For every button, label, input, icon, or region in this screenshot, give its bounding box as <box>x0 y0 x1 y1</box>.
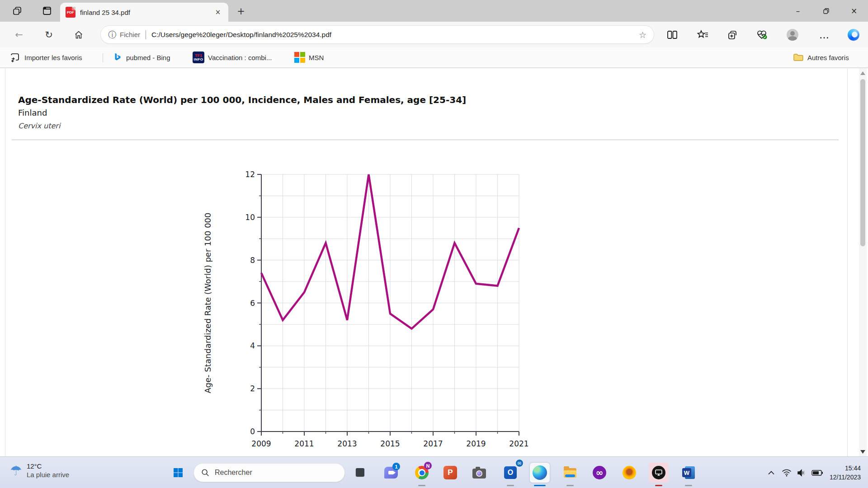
svg-text:2: 2 <box>250 384 255 393</box>
loop-button[interactable]: ∞ <box>590 463 609 483</box>
file-explorer-button[interactable] <box>560 463 580 483</box>
document-title: Age-Standardized Rate (World) per 100 00… <box>18 94 466 105</box>
taskbar: ☂ 12°C La pluie arrive Rechercher 1 N P <box>0 456 868 488</box>
tab-title: finland 25 34.pdf <box>80 9 213 16</box>
vertical-scrollbar[interactable] <box>859 68 867 457</box>
battery-icon[interactable] <box>810 464 825 482</box>
settings-more-icon[interactable]: … <box>816 27 832 43</box>
weather-widget[interactable]: ☂ 12°C La pluie arrive <box>6 460 73 480</box>
page-right-edge <box>847 68 848 457</box>
import-favorites-button[interactable]: Importer les favoris <box>7 51 85 64</box>
tab-actions-icon[interactable] <box>41 5 53 17</box>
document-divider <box>12 140 839 140</box>
pdf-file-icon: PDF <box>66 7 75 18</box>
copilot-icon[interactable] <box>845 27 862 43</box>
favorites-divider <box>103 53 103 62</box>
svg-text:0: 0 <box>250 427 255 436</box>
volume-icon[interactable] <box>794 464 810 482</box>
favorite-msn[interactable]: MSN <box>292 51 326 64</box>
page-left-edge <box>5 68 5 457</box>
split-screen-icon[interactable] <box>664 27 680 43</box>
other-favorites-label: Autres favoris <box>807 54 849 61</box>
svg-text:12: 12 <box>245 170 255 179</box>
word-icon: W <box>682 468 691 477</box>
scrollbar-thumb[interactable] <box>860 79 865 246</box>
umbrella-icon: ☂ <box>10 463 22 479</box>
document-cancer-site: Cervix uteri <box>18 122 60 130</box>
restore-button[interactable] <box>812 0 840 22</box>
loop-icon: ∞ <box>593 466 606 479</box>
document-country: Finland <box>18 108 47 117</box>
address-separator <box>146 30 146 39</box>
edge-button[interactable] <box>530 463 550 483</box>
svg-text:2019: 2019 <box>466 439 486 448</box>
wifi-icon[interactable] <box>779 464 794 482</box>
screen-recorder-button[interactable] <box>649 463 669 483</box>
favorite-vaccination[interactable]: TF1 INFO Vaccination : combi... <box>190 51 274 64</box>
task-view-button[interactable] <box>350 463 370 483</box>
tray-chevron-up-icon[interactable] <box>764 464 779 482</box>
search-input[interactable]: Rechercher <box>193 463 345 482</box>
search-icon <box>201 469 209 477</box>
windows-logo-icon <box>173 467 184 478</box>
url-text[interactable]: C:/Users/gege%20leger/Desktop/finland%20… <box>151 31 634 39</box>
favorite-label: Vaccination : combi... <box>208 54 272 61</box>
svg-text:4: 4 <box>250 341 255 350</box>
camera-button[interactable] <box>469 463 489 483</box>
new-tab-button[interactable]: + <box>235 5 247 17</box>
pdf-viewer: Age-Standardized Rate (World) per 100 00… <box>0 68 868 456</box>
browser-titlebar: PDF finland 25 34.pdf × + – × <box>0 0 868 22</box>
weather-desc: La pluie arrive <box>27 471 69 479</box>
import-favorites-label: Importer les favoris <box>24 54 82 61</box>
favorite-pubmed-bing[interactable]: pubmed - Bing <box>110 51 173 64</box>
chrome-button[interactable]: N <box>412 463 432 483</box>
outlook-icon: O <box>504 466 517 479</box>
svg-text:2009: 2009 <box>251 439 271 448</box>
favorite-label: MSN <box>309 54 324 61</box>
firefox-button[interactable] <box>619 463 639 483</box>
add-favorite-icon[interactable]: ☆ <box>639 30 646 40</box>
svg-text:2015: 2015 <box>380 439 400 448</box>
svg-text:2011: 2011 <box>294 439 314 448</box>
tab-close-icon[interactable]: × <box>213 7 223 17</box>
word-button[interactable]: W <box>679 463 698 483</box>
powerpoint-button[interactable]: P <box>440 463 460 483</box>
weather-temp: 12°C <box>27 462 69 470</box>
start-button[interactable] <box>168 463 188 483</box>
other-favorites-button[interactable]: Autres favoris <box>790 51 852 64</box>
profile-avatar[interactable] <box>784 27 801 43</box>
mail-badge-icon: ✉ <box>515 459 524 467</box>
back-icon[interactable]: ← <box>12 28 26 42</box>
teams-chat-button[interactable]: 1 <box>381 463 401 483</box>
search-placeholder: Rechercher <box>215 469 252 477</box>
window-controls: – × <box>784 0 868 22</box>
refresh-icon[interactable]: ↻ <box>42 28 56 42</box>
url-scheme-label: Fichier <box>120 31 140 38</box>
active-tab[interactable]: PDF finland 25 34.pdf × <box>60 3 228 22</box>
minimize-button[interactable]: – <box>784 0 812 22</box>
screen-recorder-icon <box>652 466 665 479</box>
page-info-icon[interactable]: ⓘ <box>108 29 116 40</box>
workspaces-icon[interactable] <box>11 5 24 17</box>
svg-text:Age- Standardized Rate (World): Age- Standardized Rate (World) per 100 0… <box>203 213 212 394</box>
address-bar[interactable]: ⓘ Fichier C:/Users/gege%20leger/Desktop/… <box>100 25 654 44</box>
scroll-down-icon[interactable] <box>859 447 867 457</box>
svg-text:2017: 2017 <box>423 439 443 448</box>
powerpoint-icon: P <box>443 466 457 479</box>
chat-badge: 1 <box>392 463 400 470</box>
outlook-button[interactable]: O ✉ <box>500 463 520 483</box>
browser-essentials-icon[interactable] <box>754 27 770 43</box>
tf1-info-icon: TF1 INFO <box>193 52 204 63</box>
home-icon[interactable] <box>72 28 85 42</box>
rate-line-chart: 0246810122009201120132015201720192021Age… <box>199 163 542 457</box>
system-tray: 15:44 12/11/2023 <box>764 457 868 488</box>
close-window-button[interactable]: × <box>840 0 868 22</box>
collections-icon[interactable] <box>724 27 741 43</box>
scroll-up-icon[interactable] <box>859 68 867 78</box>
clock[interactable]: 15:44 12/11/2023 <box>830 464 861 482</box>
firefox-icon <box>623 466 636 479</box>
import-favorites-icon <box>10 52 21 62</box>
folder-icon <box>793 53 804 62</box>
camera-icon <box>472 469 486 479</box>
favorites-icon[interactable] <box>694 27 711 43</box>
